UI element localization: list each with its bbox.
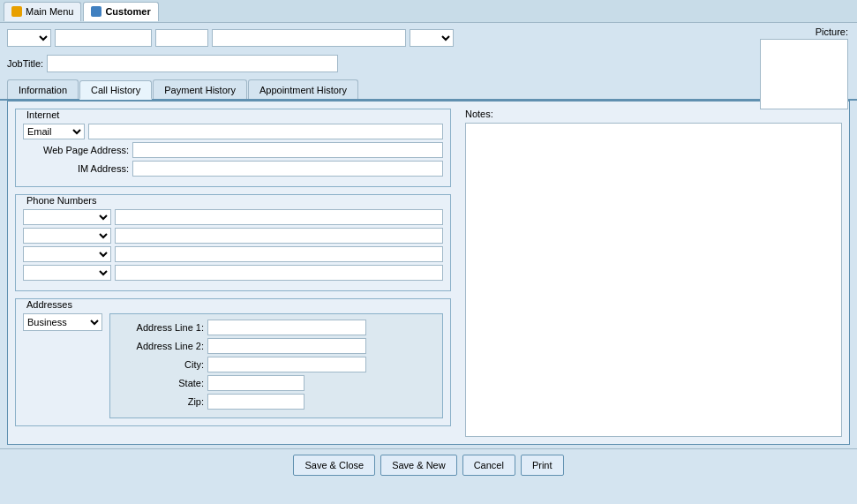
tab-call-history-label: Call History	[91, 85, 140, 95]
notes-label: Notes:	[465, 109, 842, 119]
left-panel: Internet Email Web Page Address: IM Addr…	[8, 102, 458, 444]
customer-tab[interactable]: Customer	[83, 2, 158, 21]
web-row: Web Page Address:	[23, 142, 443, 158]
middle-name-field[interactable]	[155, 29, 208, 47]
phone-row-3	[23, 246, 443, 262]
phone-input-2[interactable]	[115, 228, 443, 244]
tab-payment-history[interactable]: Payment History	[153, 79, 247, 99]
addr-type-row: Business Home Other Address Line 1: Addr…	[23, 313, 443, 418]
phone-section: Phone Numbers	[15, 194, 451, 291]
phone-type-2[interactable]	[23, 228, 111, 244]
addr-zip-row: Zip:	[116, 394, 437, 410]
right-panel: Notes:	[458, 102, 849, 444]
addr-zip-input[interactable]	[207, 394, 304, 410]
email-input[interactable]	[88, 124, 443, 139]
phone-type-1[interactable]	[23, 209, 111, 225]
prefix-select[interactable]	[7, 29, 51, 47]
notes-textarea[interactable]	[465, 123, 842, 437]
jobtitle-field[interactable]	[47, 55, 338, 72]
picture-area	[760, 39, 848, 109]
save-close-button[interactable]: Save & Close	[293, 455, 375, 476]
tab-information[interactable]: Information	[7, 79, 79, 99]
content-area: Internet Email Web Page Address: IM Addr…	[7, 101, 850, 445]
addr-state-input[interactable]	[207, 375, 304, 391]
title-bar: Main Menu Customer	[0, 0, 857, 23]
addresses-legend: Addresses	[23, 299, 76, 310]
jobtitle-label: JobTitle:	[7, 58, 43, 69]
tab-information-label: Information	[19, 85, 67, 95]
suffix-select[interactable]	[410, 29, 454, 47]
tab-appointment-history-label: Appointment History	[259, 85, 347, 95]
addr-city-input[interactable]	[207, 357, 366, 372]
addr-line1-label: Address Line 1:	[116, 322, 204, 333]
customer-tab-icon	[91, 6, 101, 17]
addr-state-label: State:	[116, 378, 204, 388]
jobtitle-row: JobTitle:	[0, 53, 857, 76]
web-input[interactable]	[132, 142, 443, 158]
phone-row-2	[23, 228, 443, 244]
phone-legend: Phone Numbers	[23, 195, 101, 206]
im-row: IM Address:	[23, 161, 443, 177]
picture-label: Picture:	[751, 26, 848, 37]
phone-input-4[interactable]	[115, 265, 443, 281]
addresses-section: Addresses Business Home Other Address Li…	[15, 298, 451, 426]
picture-box: Picture:	[751, 26, 848, 109]
addr-line2-input[interactable]	[207, 338, 366, 354]
addr-fields: Address Line 1: Address Line 2: City: St…	[109, 313, 443, 418]
email-type-select[interactable]: Email	[23, 124, 85, 139]
addr-line1-input[interactable]	[207, 320, 366, 335]
addr-line2-row: Address Line 2:	[116, 338, 437, 354]
first-name-field[interactable]	[55, 29, 152, 47]
footer: Save & Close Save & New Cancel Print	[0, 448, 857, 480]
addr-type-select[interactable]: Business Home Other	[23, 313, 102, 331]
addr-line1-row: Address Line 1:	[116, 320, 437, 335]
phone-type-4[interactable]	[23, 265, 111, 281]
main-menu-tab[interactable]: Main Menu	[4, 2, 81, 21]
addr-city-row: City:	[116, 357, 437, 372]
email-row: Email	[23, 124, 443, 139]
web-label: Web Page Address:	[23, 145, 129, 155]
tab-appointment-history[interactable]: Appointment History	[248, 79, 358, 99]
last-name-field[interactable]	[212, 29, 406, 47]
phone-input-3[interactable]	[115, 246, 443, 262]
addr-line2-label: Address Line 2:	[116, 341, 204, 351]
tab-payment-history-label: Payment History	[164, 85, 236, 95]
phone-row-4	[23, 265, 443, 281]
main-menu-icon	[11, 6, 22, 17]
cancel-button[interactable]: Cancel	[462, 455, 515, 476]
save-new-button[interactable]: Save & New	[380, 455, 457, 476]
im-input[interactable]	[132, 161, 443, 177]
addr-zip-label: Zip:	[116, 396, 204, 407]
main-menu-label: Main Menu	[26, 6, 73, 17]
tab-strip: Information Call History Payment History…	[0, 76, 857, 101]
tab-call-history[interactable]: Call History	[79, 80, 152, 100]
print-button[interactable]: Print	[521, 455, 564, 476]
addr-city-label: City:	[116, 359, 204, 370]
internet-section: Internet Email Web Page Address: IM Addr…	[15, 109, 451, 187]
phone-type-3[interactable]	[23, 246, 111, 262]
im-label: IM Address:	[23, 163, 129, 174]
customer-tab-label: Customer	[105, 6, 150, 17]
phone-input-1[interactable]	[115, 209, 443, 225]
internet-legend: Internet	[23, 109, 63, 120]
phone-row-1	[23, 209, 443, 225]
top-form-row	[0, 23, 857, 53]
addr-state-row: State:	[116, 375, 437, 391]
